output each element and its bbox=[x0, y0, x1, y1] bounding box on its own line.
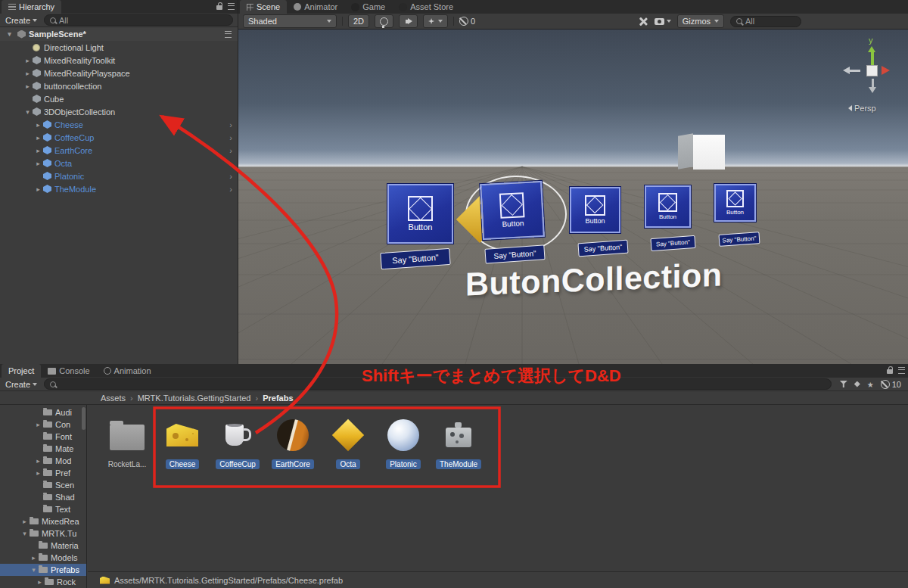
foldout-arrow[interactable]: ▸ bbox=[23, 82, 33, 90]
scene-button[interactable]: Button bbox=[714, 184, 756, 222]
hierarchy-item[interactable]: Cube bbox=[0, 92, 238, 105]
hierarchy-item[interactable]: ▸Octa› bbox=[0, 157, 238, 170]
projection-toggle[interactable]: Persp bbox=[848, 104, 876, 113]
x-axis-arrow-icon[interactable] bbox=[882, 66, 890, 75]
down-axis-arrow-icon[interactable] bbox=[869, 87, 876, 93]
project-folder-item[interactable]: ▾MRTK.Tu bbox=[0, 527, 86, 540]
tab-asset-store[interactable]: Asset Store bbox=[392, 0, 460, 14]
prefab-chevron-icon[interactable]: › bbox=[229, 172, 232, 181]
hierarchy-item[interactable]: Platonic› bbox=[0, 170, 238, 182]
foldout-arrow[interactable]: ▾ bbox=[29, 566, 39, 574]
prefab-chevron-icon[interactable]: › bbox=[229, 185, 232, 194]
foldout-arrow[interactable]: ▾ bbox=[5, 30, 14, 38]
asset-item[interactable]: Cheese bbox=[160, 405, 204, 469]
breadcrumb-folder[interactable]: MRTK.Tutorials.GettingStarted bbox=[138, 394, 251, 403]
tab-game[interactable]: Game bbox=[344, 0, 392, 14]
scene-menu-icon[interactable] bbox=[225, 31, 232, 38]
search-by-type-icon[interactable] bbox=[840, 381, 847, 387]
gizmo-center-cube[interactable] bbox=[866, 65, 878, 76]
foldout-arrow[interactable]: ▸ bbox=[33, 147, 43, 154]
foldout-arrow[interactable]: ▸ bbox=[33, 134, 43, 142]
asset-item[interactable]: RocketLa... bbox=[105, 405, 149, 469]
project-folder-item[interactable]: Materia bbox=[0, 540, 86, 552]
project-folder-item[interactable]: Text bbox=[0, 503, 86, 515]
project-folder-item[interactable]: ▸Models bbox=[0, 552, 86, 564]
foldout-arrow[interactable]: ▸ bbox=[33, 160, 43, 167]
orientation-gizmo[interactable]: y bbox=[840, 37, 903, 98]
scene-viewport[interactable]: ButtonSay "Button"ButtonSay "Button"Butt… bbox=[238, 30, 908, 364]
scene-audio-toggle[interactable] bbox=[399, 14, 418, 28]
project-search-input[interactable] bbox=[44, 378, 832, 390]
foldout-arrow[interactable]: ▸ bbox=[23, 70, 33, 77]
foldout-arrow[interactable]: ▾ bbox=[20, 530, 30, 537]
foldout-arrow[interactable]: ▾ bbox=[23, 108, 33, 116]
project-folder-item[interactable]: ▸Rock bbox=[0, 576, 86, 588]
gizmos-dropdown[interactable]: Gizmos bbox=[677, 14, 724, 28]
project-folder-item[interactable]: Font bbox=[0, 431, 86, 443]
hierarchy-item[interactable]: ▸CoffeeCup› bbox=[0, 131, 238, 144]
hierarchy-item[interactable]: ▾3DObjectCollection bbox=[0, 105, 238, 118]
scene-button[interactable]: Button bbox=[570, 187, 620, 233]
hierarchy-item[interactable]: ▸MixedRealityToolkit bbox=[0, 54, 238, 67]
hierarchy-item[interactable]: ▸EarthCore› bbox=[0, 144, 238, 157]
foldout-arrow[interactable]: ▸ bbox=[33, 121, 43, 129]
scene-visibility-toggle[interactable]: 0 bbox=[459, 17, 475, 26]
project-create-button[interactable]: Create bbox=[2, 378, 40, 390]
hierarchy-item[interactable]: ▸TheModule› bbox=[0, 182, 238, 195]
lock-icon[interactable] bbox=[887, 369, 893, 374]
prefab-chevron-icon[interactable]: › bbox=[229, 120, 232, 129]
asset-item[interactable]: Octa bbox=[326, 405, 370, 469]
project-folder-item[interactable]: ▸Pref bbox=[0, 467, 86, 479]
project-folder-item[interactable]: ▸Con bbox=[0, 418, 86, 431]
prefab-chevron-icon[interactable]: › bbox=[229, 133, 232, 142]
foldout-arrow[interactable]: ▸ bbox=[23, 57, 33, 64]
hierarchy-create-button[interactable]: Create bbox=[2, 14, 40, 26]
scene-button[interactable]: Button bbox=[645, 185, 691, 228]
hidden-packages-toggle[interactable]: 10 bbox=[881, 380, 901, 389]
scene-button[interactable]: Button bbox=[387, 184, 453, 244]
foldout-arrow[interactable]: ▸ bbox=[35, 578, 45, 586]
foldout-arrow[interactable]: ▸ bbox=[33, 185, 43, 193]
project-folder-item[interactable]: Scen bbox=[0, 479, 86, 491]
foldout-arrow[interactable]: ▸ bbox=[33, 457, 43, 465]
scene-camera-dropdown[interactable] bbox=[655, 18, 671, 25]
2d-toggle[interactable]: 2D bbox=[348, 14, 369, 28]
project-folder-item[interactable]: ▾Prefabs bbox=[0, 564, 86, 576]
tab-scene[interactable]: Scene bbox=[240, 0, 287, 14]
left-axis-arrow-icon[interactable] bbox=[843, 67, 850, 74]
scene-effects-dropdown[interactable] bbox=[423, 14, 448, 28]
asset-item[interactable]: TheModule bbox=[437, 405, 480, 469]
panel-menu-icon[interactable] bbox=[898, 367, 905, 374]
tab-animation[interactable]: Animation bbox=[97, 364, 158, 378]
project-folder-item[interactable]: Mate bbox=[0, 443, 86, 455]
hierarchy-item[interactable]: Directional Light bbox=[0, 41, 238, 54]
asset-item[interactable]: Platonic bbox=[381, 405, 425, 469]
project-folder-item[interactable]: Audi bbox=[0, 406, 86, 418]
prefab-chevron-icon[interactable]: › bbox=[229, 146, 232, 155]
asset-item[interactable]: EarthCore bbox=[271, 405, 315, 469]
foldout-arrow[interactable]: ▸ bbox=[29, 554, 39, 562]
tab-hierarchy[interactable]: Hierarchy bbox=[2, 0, 61, 14]
component-tools-icon[interactable] bbox=[639, 17, 648, 26]
tab-console[interactable]: Console bbox=[41, 364, 96, 378]
project-folder-item[interactable]: ▸Mod bbox=[0, 455, 86, 467]
cube-object[interactable] bbox=[678, 135, 725, 170]
hierarchy-item[interactable]: ▸Cheese› bbox=[0, 118, 238, 131]
favorite-search-icon[interactable] bbox=[867, 380, 874, 389]
tab-animator[interactable]: Animator bbox=[287, 0, 344, 14]
asset-item[interactable]: CoffeeCup bbox=[216, 405, 260, 469]
hierarchy-item[interactable]: ▸buttoncollection bbox=[0, 79, 238, 92]
foldout-arrow[interactable]: ▸ bbox=[33, 469, 43, 477]
project-folder-item[interactable]: Shad bbox=[0, 491, 86, 503]
scrollbar[interactable] bbox=[82, 407, 86, 430]
project-folder-item[interactable]: ▸MixedRea bbox=[0, 515, 86, 527]
search-by-label-icon[interactable] bbox=[854, 381, 860, 387]
scene-button[interactable]: Button bbox=[480, 181, 545, 240]
scene-lighting-toggle[interactable] bbox=[375, 14, 393, 28]
foldout-arrow[interactable]: ▸ bbox=[20, 518, 30, 525]
lock-icon[interactable] bbox=[216, 5, 222, 10]
scene-header-row[interactable]: ▾ SampleScene* bbox=[0, 27, 238, 41]
foldout-arrow[interactable]: ▸ bbox=[33, 421, 43, 428]
draw-mode-dropdown[interactable]: Shaded bbox=[243, 14, 337, 28]
scene-search-input[interactable]: All bbox=[730, 16, 801, 27]
